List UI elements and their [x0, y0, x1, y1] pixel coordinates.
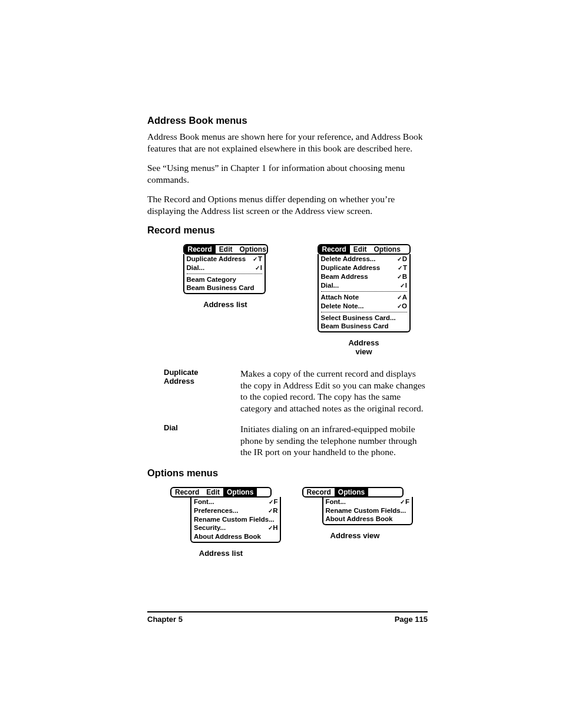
menu-tab-record: Record — [319, 245, 350, 253]
menu-tab-edit: Edit — [350, 245, 371, 253]
footer-chapter: Chapter 5 — [147, 615, 183, 624]
figure-caption: Address list — [203, 300, 247, 309]
page-content: Address Book menus Address Book menus ar… — [147, 115, 428, 569]
definition-description: Initiates dialing on an infrared-equippe… — [240, 423, 428, 458]
options-menu-address-view: Record Options Font...F Rename Custom Fi… — [295, 487, 415, 540]
menu-tab-edit: Edit — [216, 245, 236, 253]
options-menus-figures: Record Edit Options Font...F Preferences… — [147, 487, 428, 558]
menu-tab-options: Options — [223, 488, 257, 496]
menu-tab-options: Options — [236, 245, 268, 253]
paragraph: See “Using menus” in Chapter 1 for infor… — [147, 162, 428, 185]
record-menus-figures: Record Edit Options Duplicate AddressT D… — [147, 244, 428, 356]
footer-page-number: Page 115 — [395, 615, 428, 624]
heading-record-menus: Record menus — [147, 225, 428, 236]
definition-term: Dial — [147, 423, 240, 458]
menu-tab-record: Record — [184, 245, 216, 253]
menu-tab-edit: Edit — [203, 488, 223, 496]
definition-term: Duplicate Address — [147, 368, 240, 414]
figure-caption: Address view — [330, 531, 380, 540]
heading-options-menus: Options menus — [147, 467, 428, 479]
definition-duplicate-address: Duplicate Address Makes a copy of the cu… — [147, 368, 428, 414]
figure-caption: Address view — [348, 338, 379, 356]
record-menu-address-list: Record Edit Options Duplicate AddressT D… — [147, 244, 303, 309]
figure-caption: Address list — [199, 549, 243, 558]
menu-tab-record: Record — [303, 488, 335, 496]
heading-address-book-menus: Address Book menus — [147, 115, 428, 126]
menu-tab-options: Options — [335, 488, 368, 496]
paragraph: The Record and Options menus differ depe… — [147, 193, 428, 216]
record-menu-address-view: Record Edit Options Delete Address...D D… — [303, 244, 424, 356]
menu-tab-options: Options — [371, 245, 404, 253]
menu-tab-record: Record — [171, 488, 203, 496]
definition-dial: Dial Initiates dialing on an infrared-eq… — [147, 423, 428, 458]
page-footer: Chapter 5 Page 115 — [147, 611, 428, 624]
definition-description: Makes a copy of the current record and d… — [240, 368, 428, 414]
options-menu-address-list: Record Edit Options Font...F Preferences… — [147, 487, 295, 558]
paragraph: Address Book menus are shown here for yo… — [147, 131, 428, 154]
